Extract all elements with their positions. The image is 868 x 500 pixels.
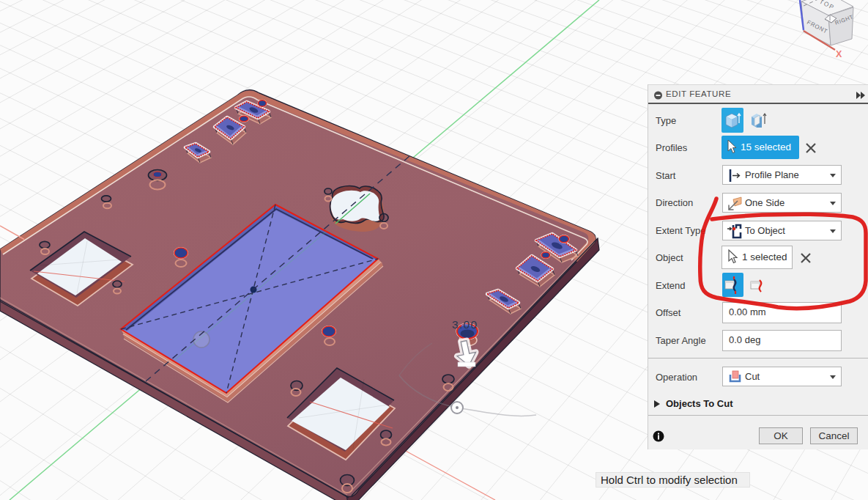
svg-text:3.00: 3.00 <box>452 318 478 331</box>
svg-text:X: X <box>836 49 842 59</box>
